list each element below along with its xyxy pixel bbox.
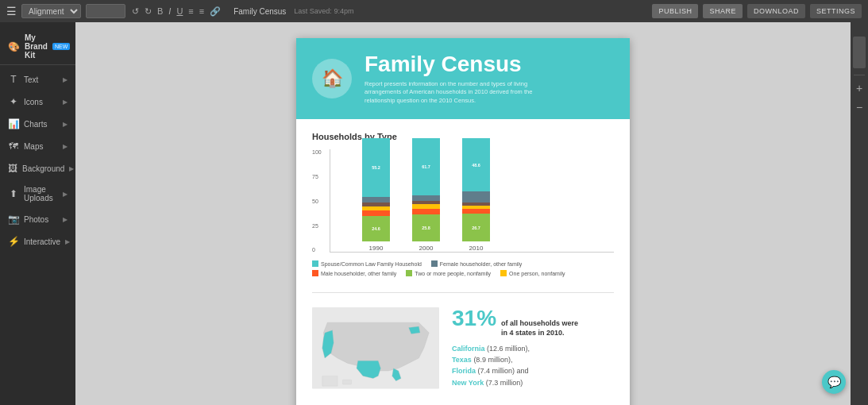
legend-label-1: Female householder, other family — [440, 261, 523, 267]
last-saved: Last Saved: 9:4pm — [294, 7, 353, 15]
state-list: California (12.6 million), Texas (8.9 mi… — [452, 343, 614, 389]
seg-2000-green-label: 25.8 — [422, 226, 430, 230]
alignment-select[interactable]: Alignment — [21, 4, 81, 18]
state-item-texas: Texas (8.9 million), — [452, 354, 614, 365]
header-icon-circle: 🏠 — [312, 59, 352, 98]
map-text: 31% of all households werein 4 states in… — [452, 307, 614, 388]
brand-label: My Brand Kit — [25, 33, 48, 60]
sidebar-item-maps[interactable]: 🗺 Maps ▶ — [0, 135, 75, 157]
seg-2010-gray — [462, 191, 490, 202]
y-label-0: 0 — [312, 247, 322, 253]
seg-2000-green: 25.8 — [412, 214, 440, 241]
right-panel: + − — [851, 22, 868, 405]
menu-icon[interactable]: ☰ — [6, 5, 17, 17]
zoom-input[interactable]: 100% — [86, 4, 125, 18]
state-value-california: (12.6 million), — [487, 345, 530, 353]
link-icon[interactable]: 🔗 — [208, 6, 222, 17]
seg-2000-brown — [412, 201, 440, 204]
stacked-bar-2000: 25.8 61.7 — [412, 138, 440, 241]
us-map — [312, 307, 439, 388]
italic-icon[interactable]: I — [167, 6, 172, 17]
sidebar-item-image-uploads[interactable]: ⬆ Image Uploads ▶ — [0, 179, 75, 208]
main-area: 🎨 My Brand Kit NEW ▼ T Text ▶ ✦ Icons ▶ … — [0, 22, 868, 405]
state-item-newyork: New York (7.3 million) — [452, 377, 614, 388]
sidebar-item-charts[interactable]: 📊 Charts ▶ — [0, 113, 75, 135]
sidebar-label-interactive: Interactive — [24, 237, 60, 246]
icons-icon: ✦ — [8, 96, 19, 107]
legend-label-4: One person, nonfamily — [509, 271, 565, 276]
sidebar: 🎨 My Brand Kit NEW ▼ T Text ▶ ✦ Icons ▶ … — [0, 22, 75, 405]
map-stat: 31% of all households werein 4 states in… — [452, 307, 614, 338]
seg-1990-orange — [362, 210, 390, 216]
canvas-area[interactable]: 🏠 Family Census Report presents informat… — [75, 22, 851, 405]
sidebar-item-text[interactable]: T Text ▶ — [0, 68, 75, 91]
sidebar-label-charts: Charts — [24, 120, 58, 129]
legend-item-0: Spouse/Common Law Family Household — [312, 260, 422, 267]
zoom-out-button[interactable]: − — [856, 101, 862, 114]
legend-label-3: Two or more people, nonfamily — [415, 271, 491, 276]
icons-arrow-icon: ▶ — [63, 98, 68, 106]
undo-icon[interactable]: ↺ — [130, 6, 141, 17]
state-value-newyork: (7.3 million) — [486, 379, 523, 387]
state-name-newyork: New York — [452, 379, 484, 387]
legend-item-2: Male householder, other family — [312, 270, 396, 276]
legend-label-2: Male householder, other family — [321, 271, 396, 276]
settings-button[interactable]: SETTINGS — [810, 4, 862, 18]
brand-icon: 🎨 — [8, 41, 20, 52]
seg-2000-teal: 61.7 — [412, 138, 440, 195]
right-panel-tab[interactable] — [853, 37, 866, 68]
sidebar-item-icons[interactable]: ✦ Icons ▶ — [0, 91, 75, 113]
chart-legend: Spouse/Common Law Family Household Femal… — [312, 260, 614, 276]
sidebar-label-maps: Maps — [24, 142, 58, 151]
maps-icon: 🗺 — [8, 141, 19, 152]
underline-icon[interactable]: U — [175, 6, 184, 17]
document: 🏠 Family Census Report presents informat… — [296, 38, 630, 405]
sidebar-item-interactive[interactable]: ⚡ Interactive ▶ — [0, 230, 75, 253]
download-button[interactable]: DOWNLOAD — [747, 4, 805, 18]
charts-icon: 📊 — [8, 118, 19, 129]
seg-2010-green-label: 26.7 — [472, 226, 480, 230]
bars-area: 24.6 55.2 1990 — [330, 149, 614, 253]
map-section: 31% of all households werein 4 states in… — [296, 301, 630, 403]
seg-2010-teal: 48.6 — [462, 138, 490, 191]
brand-new-badge: NEW — [52, 43, 70, 50]
charts-arrow-icon: ▶ — [63, 121, 68, 128]
house-icon: 🏠 — [322, 68, 343, 89]
sidebar-item-background[interactable]: 🖼 Background ▶ — [0, 157, 75, 179]
zoom-in-button[interactable]: + — [856, 82, 862, 94]
svg-rect-1 — [322, 376, 338, 387]
sidebar-item-photos[interactable]: 📷 Photos ▶ — [0, 208, 75, 230]
seg-2010-yellow — [462, 206, 490, 209]
map-container — [312, 307, 439, 392]
bar-year-2010: 2010 — [469, 245, 484, 252]
bar-2000: 25.8 61.7 2000 — [412, 138, 440, 252]
state-value-florida: (7.4 million) and — [478, 367, 529, 375]
state-item-florida: Florida (7.4 million) and — [452, 365, 614, 376]
sidebar-label-text: Text — [24, 75, 58, 84]
seg-2000-yellow — [412, 204, 440, 209]
legend-swatch-green — [406, 270, 412, 276]
background-arrow-icon: ▶ — [69, 165, 74, 172]
sidebar-label-image-uploads: Image Uploads — [24, 185, 58, 202]
legend-swatch-teal — [312, 260, 318, 267]
text-arrow-icon: ▶ — [63, 76, 68, 83]
photos-arrow-icon: ▶ — [63, 216, 68, 223]
redo-icon[interactable]: ↻ — [143, 6, 153, 17]
align-center-icon[interactable]: ≡ — [198, 6, 206, 17]
align-left-icon[interactable]: ≡ — [187, 6, 195, 17]
sidebar-brand[interactable]: 🎨 My Brand Kit NEW ▼ — [0, 29, 75, 65]
share-button[interactable]: SHARE — [703, 4, 743, 18]
legend-swatch-yellow — [500, 270, 507, 276]
stat-percent: 31% — [452, 307, 496, 330]
bar-year-2000: 2000 — [419, 245, 434, 252]
seg-1990-teal: 55.2 — [362, 138, 390, 197]
bold-icon[interactable]: B — [156, 6, 164, 17]
maps-arrow-icon: ▶ — [63, 143, 68, 150]
image-uploads-icon: ⬆ — [8, 188, 19, 199]
chat-bubble-button[interactable]: 💬 — [822, 370, 846, 394]
seg-2010-green: 26.7 — [462, 214, 490, 241]
state-name-texas: Texas — [452, 356, 472, 364]
publish-button[interactable]: PUBLISH — [652, 4, 698, 18]
bar-year-1990: 1990 — [369, 245, 384, 252]
photos-icon: 📷 — [8, 214, 19, 225]
